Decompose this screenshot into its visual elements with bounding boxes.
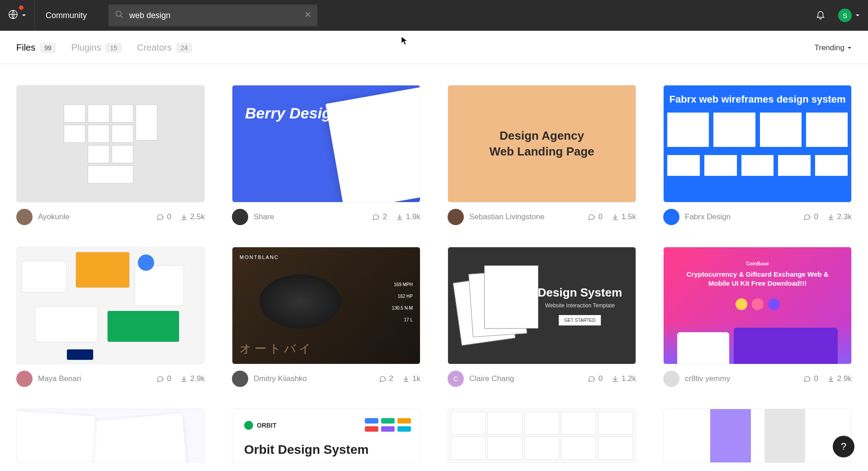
- topbar-right: S: [816, 9, 860, 22]
- author-avatar[interactable]: C: [448, 371, 464, 387]
- result-card[interactable]: [663, 409, 852, 463]
- search-bar[interactable]: [108, 5, 317, 26]
- thumbnail: [448, 409, 636, 463]
- card-meta: Sebastian Livingstone 0 1.5k: [448, 209, 636, 225]
- thumbnail: [16, 409, 205, 463]
- search-input[interactable]: [129, 11, 299, 20]
- download-icon: [612, 375, 619, 382]
- author-avatar[interactable]: [232, 209, 248, 225]
- card-meta: C Claire Chang 0 1.2k: [448, 371, 636, 387]
- thumb-brand: MONTBLANC: [240, 254, 413, 260]
- result-card[interactable]: [448, 409, 636, 463]
- author-name[interactable]: Sebastian Livingstone: [469, 212, 583, 221]
- author-name[interactable]: Share: [254, 212, 367, 221]
- thumb-brand: ORBIT: [257, 422, 277, 429]
- downloads-stat: 2.3k: [827, 212, 852, 221]
- card-stats: 0 2.9k: [804, 374, 852, 383]
- downloads-stat: 2.9k: [180, 374, 205, 383]
- thumbnail: Fabrx web wireframes design system: [663, 85, 852, 203]
- author-name[interactable]: cr8tiv yemmy: [685, 374, 798, 383]
- result-card[interactable]: Berry Design System Share 2 1.9k: [232, 85, 420, 225]
- notification-dot: [19, 5, 24, 10]
- search-icon: [115, 10, 124, 21]
- download-icon: [827, 213, 835, 221]
- thumb-title: Fabrx web wireframes design system: [664, 94, 851, 105]
- comments-stat: 0: [157, 212, 171, 221]
- comments-stat: 0: [157, 374, 171, 383]
- author-name[interactable]: Fabrx Design: [685, 212, 798, 221]
- thumbnail: [663, 409, 852, 463]
- topbar: Community S: [0, 0, 868, 31]
- thumb-button: GET STARTED: [559, 315, 601, 325]
- community-label[interactable]: Community: [46, 11, 87, 20]
- author-name[interactable]: Maya Benari: [38, 374, 151, 383]
- card-stats: 0 2.5k: [157, 212, 205, 221]
- downloads-stat: 2.5k: [180, 212, 205, 221]
- author-name[interactable]: Claire Chang: [469, 374, 583, 383]
- download-icon: [180, 375, 188, 382]
- thumbnail: ORBIT Orbit Design System: [232, 409, 420, 463]
- result-card[interactable]: CoinBase Cryptocurrency & Giftcard Excha…: [663, 247, 852, 387]
- svg-point-1: [116, 11, 122, 17]
- author-name[interactable]: Ayokunle: [38, 212, 151, 221]
- result-card[interactable]: Design System Website Interaction Templa…: [448, 247, 636, 387]
- result-card[interactable]: Maya Benari 0 2.9k: [16, 247, 205, 387]
- clear-search-icon[interactable]: [305, 11, 311, 19]
- comments-stat: 0: [588, 212, 602, 221]
- comments-stat: 0: [804, 212, 818, 221]
- notifications-icon[interactable]: [816, 9, 826, 21]
- author-avatar[interactable]: [663, 371, 679, 387]
- thumb-stats: 169 MPH 162 HP 130.5 N·M 17 L: [392, 279, 413, 326]
- author-name[interactable]: Dmitry Kiiashko: [254, 374, 374, 383]
- help-button[interactable]: ?: [833, 436, 854, 457]
- comments-stat: 2: [373, 212, 387, 221]
- result-card[interactable]: Design Agency Web Landing Page Sebastian…: [448, 85, 636, 225]
- tab-files[interactable]: Files 99: [16, 42, 56, 64]
- thumbnail: CoinBase Cryptocurrency & Giftcard Excha…: [663, 247, 852, 364]
- avatar: S: [838, 9, 852, 22]
- download-icon: [396, 213, 403, 221]
- thumb-title: Orbit Design System: [244, 443, 408, 457]
- card-meta: cr8tiv yemmy 0 2.9k: [663, 371, 852, 387]
- thumbnail: Design Agency Web Landing Page: [448, 85, 636, 203]
- comments-stat: 0: [804, 374, 818, 383]
- comment-icon: [588, 213, 595, 221]
- comment-icon: [373, 213, 380, 221]
- result-card[interactable]: Fabrx web wireframes design system Fabrx…: [663, 85, 852, 225]
- result-card[interactable]: [16, 409, 205, 463]
- result-card[interactable]: ORBIT Orbit Design System: [232, 409, 420, 463]
- card-meta: Fabrx Design 0 2.3k: [663, 209, 852, 225]
- comment-icon: [379, 375, 387, 382]
- tab-badge: 15: [105, 43, 122, 53]
- thumb-sub: Website Interaction Template: [538, 302, 622, 309]
- comment-icon: [588, 375, 595, 382]
- downloads-stat: 2.9k: [827, 374, 852, 383]
- chevron-down-icon: [855, 11, 860, 19]
- result-card[interactable]: MONTBLANC 169 MPH 162 HP 130.5 N·M 17 L …: [232, 247, 420, 387]
- author-avatar[interactable]: [663, 209, 679, 225]
- sort-dropdown[interactable]: Trending: [815, 43, 852, 63]
- tab-label: Creators: [137, 42, 172, 53]
- card-stats: 0 1.2k: [588, 374, 636, 383]
- tab-plugins[interactable]: Plugins 15: [71, 42, 122, 64]
- downloads-stat: 1.5k: [612, 212, 636, 221]
- app-switcher[interactable]: [8, 0, 35, 31]
- download-icon: [612, 213, 619, 221]
- author-avatar[interactable]: [448, 209, 464, 225]
- card-meta: Maya Benari 0 2.9k: [16, 371, 205, 387]
- author-avatar[interactable]: [16, 209, 33, 225]
- comment-icon: [157, 213, 164, 221]
- comments-stat: 0: [588, 374, 602, 383]
- card-stats: 0 2.9k: [157, 374, 205, 383]
- filter-tabs: Files 99 Plugins 15 Creators 24 Trending: [0, 31, 868, 64]
- card-meta: Share 2 1.9k: [232, 209, 420, 225]
- result-card[interactable]: Ayokunle 0 2.5k: [16, 85, 205, 225]
- download-icon: [827, 375, 835, 382]
- tab-creators[interactable]: Creators 24: [137, 42, 192, 64]
- thumbnail: Berry Design System: [232, 85, 420, 203]
- author-avatar[interactable]: [232, 371, 248, 387]
- author-avatar[interactable]: [16, 371, 33, 387]
- thumb-brand: CoinBase: [664, 261, 851, 266]
- card-stats: 0 1.5k: [588, 212, 636, 221]
- account-menu[interactable]: S: [838, 9, 860, 22]
